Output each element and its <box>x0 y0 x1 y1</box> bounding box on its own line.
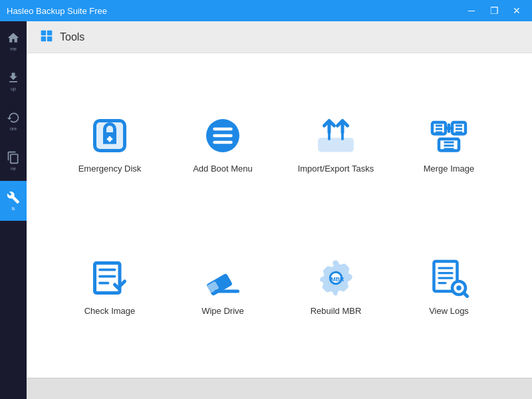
page-title: Tools <box>60 31 84 43</box>
sidebar-label-home: me <box>10 47 17 51</box>
tool-view-logs[interactable]: View Logs <box>392 215 505 358</box>
svg-rect-10 <box>319 139 352 151</box>
tool-label-wipe-drive: Wipe Drive <box>201 306 244 316</box>
svg-text:MBR: MBR <box>331 276 345 283</box>
sidebar-item-clone[interactable]: ne <box>0 141 27 181</box>
sidebar-label-clone: ne <box>11 166 16 171</box>
window-controls: ─ ❐ ✕ <box>463 4 525 17</box>
sidebar-item-home[interactable]: me <box>0 21 27 61</box>
tool-check-image[interactable]: Check Image <box>53 215 166 358</box>
tool-label-add-boot-menu: Add Boot Menu <box>193 164 253 174</box>
title-bar: Hasleo Backup Suite Free ─ ❐ ✕ <box>0 0 532 21</box>
sidebar-item-restore[interactable]: ore <box>0 101 27 141</box>
tool-label-check-image: Check Image <box>84 306 136 316</box>
tool-import-export[interactable]: Import/Export Tasks <box>279 73 392 215</box>
main-content: Tools Emergency Disk <box>27 21 532 399</box>
app-title: Hasleo Backup Suite Free <box>7 6 107 16</box>
tool-merge-image[interactable]: Merge Image <box>392 73 505 215</box>
tool-add-boot-menu[interactable]: Add Boot Menu <box>166 73 279 215</box>
svg-rect-23 <box>95 263 120 293</box>
sidebar-item-tools[interactable]: ls <box>0 181 27 221</box>
tool-wipe-drive[interactable]: Wipe Drive <box>166 215 279 358</box>
svg-rect-3 <box>47 36 53 41</box>
restore-button[interactable]: ❐ <box>485 4 503 17</box>
tool-emergency-disk[interactable]: Emergency Disk <box>53 73 166 215</box>
svg-rect-0 <box>41 30 46 35</box>
sidebar-label-tools: ls <box>11 206 15 211</box>
svg-point-38 <box>456 285 462 291</box>
minimize-button[interactable]: ─ <box>463 4 480 17</box>
tool-label-view-logs: View Logs <box>429 306 469 316</box>
svg-line-39 <box>464 293 467 297</box>
tool-label-import-export: Import/Export Tasks <box>298 164 374 174</box>
page-header: Tools <box>27 21 532 53</box>
app-layout: me up ore ne ls <box>0 21 532 399</box>
tool-label-merge-image: Merge Image <box>424 164 475 174</box>
close-button[interactable]: ✕ <box>508 4 525 17</box>
header-icon <box>40 29 53 45</box>
tool-label-emergency-disk: Emergency Disk <box>78 164 142 174</box>
tools-grid: Emergency Disk Add Boot Menu <box>27 53 532 378</box>
sidebar-item-backup[interactable]: up <box>0 61 27 101</box>
svg-rect-2 <box>41 36 46 41</box>
sidebar-label-restore: ore <box>10 126 17 131</box>
tool-label-rebuild-mbr: Rebuild MBR <box>311 306 362 316</box>
tool-rebuild-mbr[interactable]: MBR Rebuild MBR <box>279 215 392 358</box>
svg-rect-1 <box>47 30 53 35</box>
sidebar: me up ore ne ls <box>0 21 27 399</box>
footer-bar <box>27 378 532 399</box>
sidebar-label-backup: up <box>11 86 16 91</box>
